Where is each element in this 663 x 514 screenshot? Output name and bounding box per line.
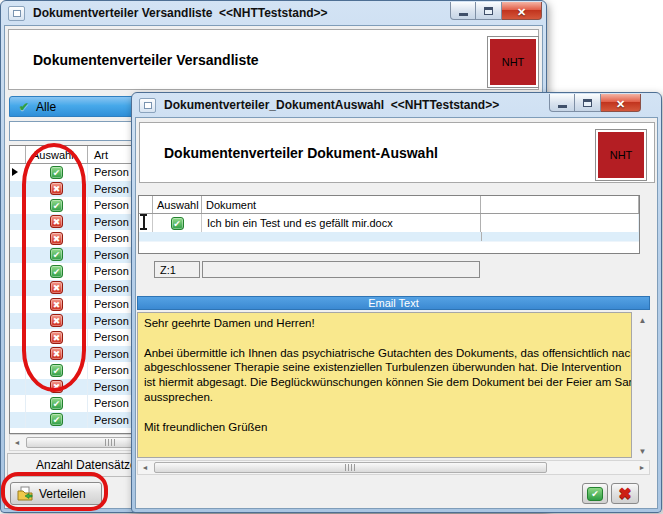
scroll-right-icon[interactable] [635, 461, 649, 474]
selection-state-icon[interactable] [50, 248, 63, 261]
email-hscrollbar[interactable] [137, 460, 650, 475]
selector-column-header [10, 146, 26, 163]
email-line: abgeschlossener Therapie seine existenzi… [144, 360, 625, 375]
maximize-button[interactable] [575, 94, 601, 112]
selection-state-icon[interactable] [171, 217, 184, 230]
selection-state-icon[interactable] [50, 413, 63, 426]
selection-state-icon[interactable] [50, 265, 63, 278]
nht-logo: NHT [598, 132, 644, 178]
maximize-button[interactable] [476, 2, 502, 20]
row-selector-cell[interactable] [10, 230, 26, 247]
email-body-textarea[interactable]: Sehr geehrte Damen und Herren!Anbei über… [137, 312, 632, 458]
window-menu-icon[interactable] [139, 98, 156, 113]
selection-state-icon[interactable] [50, 380, 63, 393]
row-selector-cell[interactable] [10, 296, 26, 313]
empty-row[interactable] [139, 232, 639, 242]
selection-state-icon[interactable] [50, 364, 63, 377]
auswahl-cell[interactable] [26, 247, 88, 264]
scroll-grip-icon [345, 464, 356, 471]
close-button[interactable] [502, 2, 542, 20]
selection-state-icon[interactable] [50, 215, 63, 228]
selection-state-icon[interactable] [50, 166, 63, 179]
email-line: Sehr geehrte Damen und Herren! [144, 316, 625, 331]
desktop: Dokumentverteiler Versandliste <<NHTTest… [0, 0, 663, 514]
row-selector-cell[interactable] [10, 214, 26, 231]
auswahl-cell[interactable] [26, 263, 88, 280]
email-lines: Sehr geehrte Damen und Herren!Anbei über… [144, 316, 625, 449]
scroll-down-icon[interactable] [636, 445, 649, 458]
table-row[interactable]: Ich bin ein Test und es gefällt mir.docx [139, 214, 639, 232]
scroll-left-icon[interactable] [10, 435, 24, 450]
versandliste-window-title: Dokumentverteiler Versandliste <<NHTTest… [33, 6, 328, 20]
row-selector-cell[interactable] [10, 280, 26, 297]
row-selector-cell[interactable] [10, 181, 26, 198]
row-selector-cell[interactable] [10, 247, 26, 264]
scroll-thumb[interactable] [154, 462, 547, 473]
auswahl-cell[interactable] [153, 214, 202, 232]
selection-state-icon[interactable] [50, 182, 63, 195]
selection-state-icon[interactable] [50, 232, 63, 245]
selection-state-icon[interactable] [50, 314, 63, 327]
window-menu-icon[interactable] [8, 6, 25, 21]
auswahl-column-header: Auswahl [26, 146, 88, 163]
row-counter-value: Z:1 [160, 264, 176, 276]
versandliste-header-title: Dokumentenverteiler Versandliste [33, 52, 259, 68]
auswahl-cell[interactable] [26, 313, 88, 330]
email-line: ist hiermit abgesagt. Die Beglückwünschu… [144, 375, 625, 390]
row-selector-cell[interactable] [10, 197, 26, 214]
auswahl-cell[interactable] [26, 296, 88, 313]
auswahl-cell[interactable] [26, 280, 88, 297]
column-gridline [481, 232, 482, 241]
close-button[interactable] [601, 94, 641, 112]
email-line: Anbei übermittle ich Ihnen das psychiatr… [144, 346, 625, 361]
selection-state-icon[interactable] [50, 298, 63, 311]
ok-button[interactable] [582, 483, 608, 504]
row-selector-cell[interactable] [10, 164, 26, 181]
auswahl-cell[interactable] [26, 346, 88, 363]
scroll-left-icon[interactable] [138, 461, 152, 474]
cancel-button[interactable] [611, 483, 639, 504]
versandliste-header-panel: Dokumentenverteiler Versandliste NHT [8, 29, 539, 90]
selection-state-icon[interactable] [50, 281, 63, 294]
scroll-up-icon[interactable] [636, 314, 649, 327]
auswahl-cell[interactable] [26, 412, 88, 429]
minimize-button[interactable] [549, 94, 575, 112]
email-line: aussprechen. [144, 390, 625, 405]
status-cell-empty [202, 261, 480, 278]
email-text-header-label: Email Text [368, 297, 419, 309]
auswahl-cell[interactable] [26, 197, 88, 214]
row-selector-cell[interactable] [10, 313, 26, 330]
row-selector-cell[interactable] [10, 263, 26, 280]
dokument-table-header: Auswahl Dokument [139, 196, 639, 214]
auswahl-cell[interactable] [26, 395, 88, 412]
scroll-grip-icon [105, 439, 116, 446]
auswahl-cell[interactable] [26, 181, 88, 198]
row-selector-cell[interactable] [10, 362, 26, 379]
tab-alle-label: Alle [36, 100, 56, 114]
auswahl-cell[interactable] [26, 379, 88, 396]
auswahl-cell[interactable] [26, 329, 88, 346]
row-selector-cell[interactable] [10, 346, 26, 363]
verteilen-button[interactable]: Verteilen [10, 482, 102, 505]
email-text-header: Email Text [137, 296, 650, 310]
current-row-marker-icon [12, 168, 18, 176]
extra-cell[interactable] [481, 214, 639, 232]
verteilen-button-label: Verteilen [39, 487, 86, 501]
row-selector-cell[interactable] [10, 329, 26, 346]
dokument-cell[interactable]: Ich bin ein Test und es gefällt mir.docx [202, 214, 481, 232]
auswahl-cell[interactable] [26, 230, 88, 247]
selection-state-icon[interactable] [50, 331, 63, 344]
minimize-button[interactable] [450, 2, 476, 20]
selection-state-icon[interactable] [50, 397, 63, 410]
auswahl-cell[interactable] [26, 164, 88, 181]
auswahl-cell[interactable] [26, 214, 88, 231]
row-selector-cell[interactable] [10, 395, 26, 412]
row-selector-cell[interactable] [10, 379, 26, 396]
selection-state-icon[interactable] [50, 199, 63, 212]
selection-state-icon[interactable] [50, 347, 63, 360]
nht-logo: NHT [490, 39, 536, 85]
auswahl-cell[interactable] [26, 362, 88, 379]
minimize-icon [558, 105, 567, 108]
extra-column-header [481, 196, 639, 213]
row-selector-cell[interactable] [10, 412, 26, 429]
